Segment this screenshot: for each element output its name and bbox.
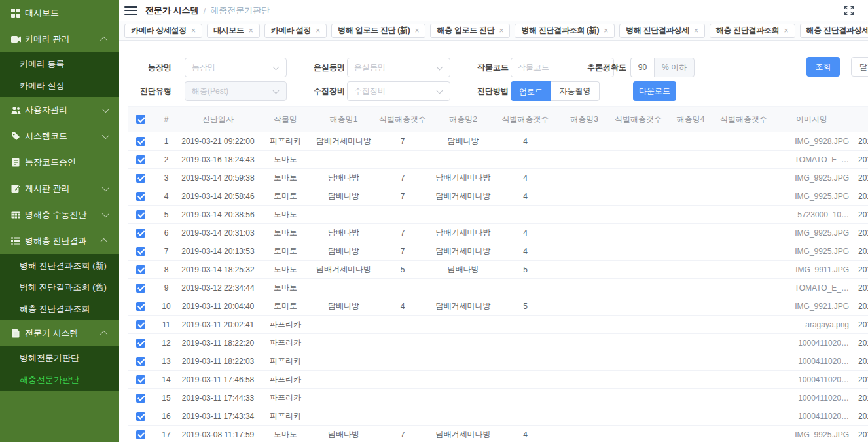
tab-close-icon[interactable]: ×: [191, 26, 196, 35]
select-all-checkbox[interactable]: [128, 107, 153, 132]
sidebar-item-manual-diagnosis[interactable]: 병해충 수동진단: [0, 202, 119, 228]
tab[interactable]: 병해 진단결과상세 ×: [619, 24, 705, 38]
tab[interactable]: 해충 진단결과상세 ×: [800, 24, 868, 38]
row-checkbox-cell[interactable]: [128, 132, 153, 151]
sidebar-item-disease-expert-judgment[interactable]: 병해전문가판단: [0, 347, 119, 369]
table-row[interactable]: 5 2019-03-14 20:38:56 토마토 5723000_10…: [128, 206, 868, 224]
search-button[interactable]: 조회: [806, 57, 840, 77]
table-row[interactable]: 12 2019-03-11 18:22:20 파프리카 1000411020: [128, 334, 868, 352]
fullscreen-icon[interactable]: [843, 5, 855, 16]
sidebar-item-system-code[interactable]: 시스템코드: [0, 123, 119, 149]
download-button[interactable]: 다운로드: [633, 81, 676, 101]
checkbox-checked-icon[interactable]: [136, 339, 145, 348]
checkbox-checked-icon[interactable]: [136, 357, 145, 366]
checkbox-checked-icon[interactable]: [136, 320, 145, 329]
diagnosis-type-select: 해충(Pest): [185, 81, 287, 101]
tab[interactable]: 대시보드 ×: [207, 24, 260, 38]
row-checkbox-cell[interactable]: [128, 389, 153, 407]
table-row[interactable]: 8 2019-03-14 18:25:32 토마토 담배거세미나방 5 담배나방…: [128, 261, 868, 279]
tab-close-icon[interactable]: ×: [249, 26, 253, 35]
table-row[interactable]: 4 2019-03-14 20:58:46 토마토 담배나방 7 담배거세미나방…: [128, 187, 868, 206]
table-row[interactable]: 13 2019-03-11 18:22:03 파프리카 1000411020: [128, 352, 868, 371]
checkbox-checked-icon[interactable]: [136, 265, 145, 274]
tab[interactable]: 해충 업로드 진단 ×: [430, 24, 510, 38]
row-checkbox-cell[interactable]: [128, 297, 153, 316]
table-row[interactable]: 15 2019-03-11 17:44:33 파프리카 1000411020: [128, 389, 868, 407]
method-autocapture-button[interactable]: 자동촬영: [551, 81, 600, 101]
sidebar-item-dashboard[interactable]: 대시보드: [0, 0, 119, 26]
row-checkbox-cell[interactable]: [128, 407, 153, 426]
sidebar-item-board-management[interactable]: 게시판 관리: [0, 175, 119, 202]
checkbox-checked-icon[interactable]: [136, 302, 145, 311]
table-row[interactable]: 14 2019-03-11 17:46:58 파프리카 1000411020: [128, 371, 868, 389]
hamburger-menu-icon[interactable]: [124, 6, 137, 15]
row-checkbox-cell[interactable]: [128, 334, 153, 352]
sidebar-item-camera-register[interactable]: 카메라 등록: [0, 53, 119, 75]
row-checkbox-cell[interactable]: [128, 426, 153, 442]
row-checkbox-cell[interactable]: [128, 206, 153, 224]
row-checkbox-cell[interactable]: [128, 224, 153, 242]
checkbox-checked-icon[interactable]: [136, 394, 145, 403]
row-checkbox-cell[interactable]: [128, 187, 153, 206]
row-checkbox-cell[interactable]: [128, 279, 153, 297]
checkbox-checked-icon[interactable]: [136, 192, 145, 201]
checkbox-checked-icon[interactable]: [136, 247, 145, 256]
table-row[interactable]: 7 2019-03-14 20:13:53 토마토 담배나방 7 담배거세미나방…: [128, 242, 868, 261]
table-row[interactable]: 6 2019-03-14 20:31:03 토마토 담배나방 7 담배거세미나방…: [128, 224, 868, 242]
tab[interactable]: 카메라 설정 ×: [264, 24, 327, 38]
checkbox-checked-icon[interactable]: [136, 137, 145, 146]
tab-close-icon[interactable]: ×: [604, 26, 608, 35]
sidebar-item-pest-result[interactable]: 해충 진단결과조회: [0, 298, 119, 320]
tab[interactable]: 해충 진단결과조회 ×: [710, 24, 795, 38]
table-row[interactable]: 3 2019-03-14 20:59:38 토마토 담배나방 7 담배거세미나방…: [128, 169, 868, 187]
checkbox-checked-icon[interactable]: [136, 115, 145, 124]
row-checkbox-cell[interactable]: [128, 371, 153, 389]
row-checkbox-cell[interactable]: [128, 352, 153, 371]
sidebar-item-pest-expert-judgment[interactable]: 해충전문가판단: [0, 369, 119, 390]
table-row[interactable]: 9 2019-03-12 22:34:44 토마토 TOMATO_E_…: [128, 279, 868, 297]
sidebar-item-farm-code-approval[interactable]: 농장코드승인: [0, 149, 119, 175]
sidebar-item-disease-result-new[interactable]: 병해 진단결과조회 (新): [0, 255, 119, 276]
sidebar-item-camera-settings[interactable]: 카메라 설정: [0, 75, 119, 96]
accuracy-input[interactable]: [630, 58, 654, 77]
row-checkbox-cell[interactable]: [128, 316, 153, 334]
table-row[interactable]: 2 2019-03-16 18:24:43 토마토 TOMATO_E_…: [128, 151, 868, 169]
tab[interactable]: 병해 업로드 진단 (新) ×: [331, 24, 425, 38]
sidebar-item-diagnosis-results[interactable]: 병해충 진단결과: [0, 228, 119, 254]
row-checkbox-cell[interactable]: [128, 169, 153, 187]
checkbox-checked-icon[interactable]: [136, 284, 145, 293]
close-button[interactable]: 닫기: [851, 57, 868, 77]
table-row[interactable]: 11 2019-03-11 20:02:41 파프리카 aragaya.pn: [128, 316, 868, 334]
checkbox-checked-icon[interactable]: [136, 375, 145, 384]
tab-close-icon[interactable]: ×: [784, 26, 789, 35]
tab-close-icon[interactable]: ×: [499, 26, 503, 35]
tab-close-icon[interactable]: ×: [316, 26, 320, 35]
checkbox-checked-icon[interactable]: [136, 430, 145, 439]
results-table: #진단일자작물명해충명1식별해충갯수해충명2식별해충갯수해충명3식별해충갯수해충…: [128, 106, 868, 442]
tab-close-icon[interactable]: ×: [694, 26, 698, 35]
table-row[interactable]: 16 2019-03-11 17:43:34 파프리카 1000411020: [128, 407, 868, 426]
tab-close-icon[interactable]: ×: [414, 26, 419, 35]
tab[interactable]: 병해 진단결과조회 (新) ×: [515, 24, 615, 38]
checkbox-checked-icon[interactable]: [136, 174, 145, 183]
method-upload-button[interactable]: 업로드: [511, 81, 551, 101]
sidebar-item-expert-system[interactable]: 전문가 시스템: [0, 320, 119, 346]
row-checkbox-cell[interactable]: [128, 261, 153, 279]
farm-name-select[interactable]: 농장명: [185, 58, 287, 77]
table-row[interactable]: 17 2019-03-08 11:17:59 토마토 담배나방 7 담배거세미나…: [128, 426, 868, 442]
checkbox-checked-icon[interactable]: [136, 155, 145, 164]
sidebar-item-camera-management[interactable]: 카메라 관리: [0, 26, 119, 52]
row-checkbox-cell[interactable]: [128, 151, 153, 169]
checkbox-checked-icon[interactable]: [136, 412, 145, 421]
table-row[interactable]: 1 2019-03-21 09:22:00 파프리카 담배거세미나방 7 담배나…: [128, 132, 868, 151]
table-row[interactable]: 10 2019-03-11 20:04:40 토마토 담배나방 4 담배거세미나…: [128, 297, 868, 316]
sidebar-item-disease-result-old[interactable]: 병해 진단결과조회 (舊): [0, 276, 119, 298]
checkbox-checked-icon[interactable]: [136, 210, 145, 219]
greenhouse-select[interactable]: 온실동명: [347, 58, 450, 77]
checkbox-checked-icon[interactable]: [136, 229, 145, 238]
sidebar-item-user-management[interactable]: 사용자관리: [0, 97, 119, 123]
device-select[interactable]: 수집장비: [347, 81, 450, 101]
row-checkbox-cell[interactable]: [128, 242, 153, 261]
sidebar-submenu-expert-system: 병해전문가판단 해충전문가판단: [0, 346, 119, 391]
tab[interactable]: 카메라 상세설정 ×: [124, 24, 202, 38]
